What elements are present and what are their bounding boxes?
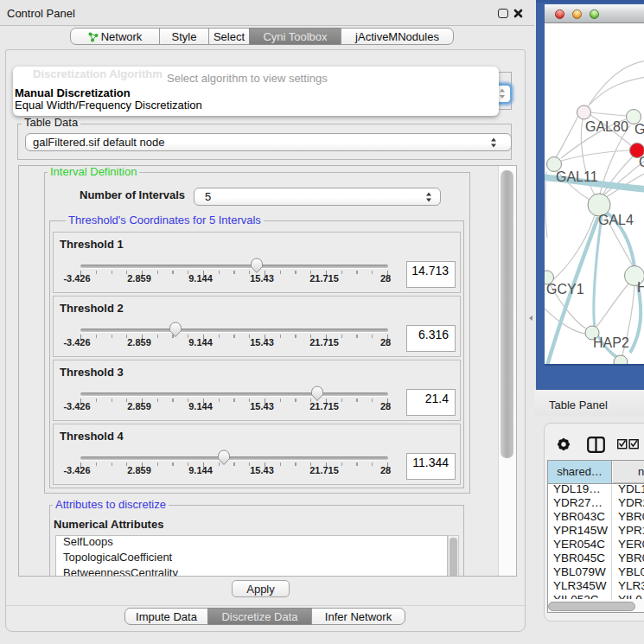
- svg-text:GCY1: GCY1: [546, 282, 584, 296]
- svg-text:C: C: [639, 155, 644, 169]
- svg-text:GAL80: GAL80: [585, 119, 628, 134]
- svg-text:GA: GA: [634, 122, 644, 137]
- svg-text:H: H: [637, 280, 644, 295]
- svg-text:HAP2: HAP2: [593, 335, 629, 350]
- svg-text:GAL4: GAL4: [598, 213, 634, 227]
- svg-text:GAL11: GAL11: [556, 169, 598, 184]
